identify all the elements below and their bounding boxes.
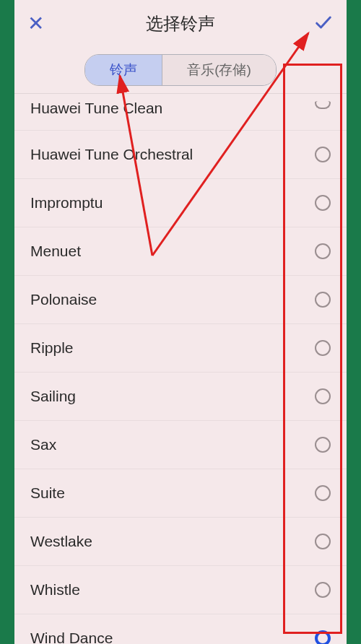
- radio-button[interactable]: [315, 582, 331, 598]
- radio-button[interactable]: [315, 243, 331, 259]
- tab-music-storage[interactable]: 音乐(存储): [162, 55, 276, 85]
- ringtone-item[interactable]: Westlake: [14, 518, 347, 566]
- radio-button[interactable]: [315, 485, 331, 501]
- ringtone-label: Ripple: [30, 339, 74, 357]
- tab-group: 铃声 音乐(存储): [84, 54, 277, 86]
- confirm-icon[interactable]: [313, 12, 334, 35]
- ringtone-label: Sax: [30, 436, 56, 453]
- ringtone-item[interactable]: Ripple: [14, 324, 347, 373]
- ringtone-item[interactable]: Huawei Tune Orchestral: [14, 131, 347, 179]
- radio-button[interactable]: [315, 340, 331, 356]
- ringtone-item[interactable]: Huawei Tune Clean: [14, 94, 347, 131]
- radio-button[interactable]: [315, 101, 331, 109]
- ringtone-label: Impromptu: [30, 194, 103, 212]
- tabs-container: 铃声 音乐(存储): [14, 44, 347, 94]
- ringtone-label: Whistle: [30, 581, 80, 599]
- ringtone-label: Suite: [30, 484, 65, 502]
- radio-button[interactable]: [315, 630, 331, 644]
- ringtone-item[interactable]: Whistle: [14, 566, 347, 614]
- ringtone-label: Huawei Tune Orchestral: [30, 146, 193, 163]
- ringtone-label: Westlake: [30, 533, 92, 550]
- close-icon[interactable]: ✕: [27, 12, 44, 35]
- header-bar: ✕ 选择铃声: [14, 0, 347, 44]
- ringtone-label: Sailing: [30, 388, 76, 405]
- radio-button[interactable]: [315, 534, 331, 549]
- ringtone-label: Huawei Tune Clean: [30, 100, 162, 117]
- ringtone-item[interactable]: Suite: [14, 469, 347, 518]
- radio-button[interactable]: [315, 195, 331, 211]
- phone-screen: ✕ 选择铃声 铃声 音乐(存储) Huawei Tune CleanHuawei…: [14, 0, 347, 644]
- ringtone-item[interactable]: Polonaise: [14, 276, 347, 324]
- ringtone-item[interactable]: Sailing: [14, 373, 347, 421]
- ringtone-label: Polonaise: [30, 291, 97, 308]
- ringtone-list[interactable]: Huawei Tune CleanHuawei Tune OrchestralI…: [14, 94, 347, 644]
- radio-button[interactable]: [315, 292, 331, 308]
- radio-button[interactable]: [315, 388, 331, 404]
- ringtone-label: Wind Dance: [30, 630, 113, 644]
- ringtone-label: Menuet: [30, 243, 81, 260]
- radio-button[interactable]: [315, 437, 331, 453]
- ringtone-item[interactable]: Menuet: [14, 227, 347, 276]
- radio-button[interactable]: [315, 147, 331, 162]
- ringtone-item[interactable]: Wind Dance: [14, 614, 347, 644]
- ringtone-item[interactable]: Sax: [14, 421, 347, 469]
- ringtone-item[interactable]: Impromptu: [14, 179, 347, 227]
- page-title: 选择铃声: [146, 12, 215, 35]
- tab-ringtone[interactable]: 铃声: [85, 55, 162, 85]
